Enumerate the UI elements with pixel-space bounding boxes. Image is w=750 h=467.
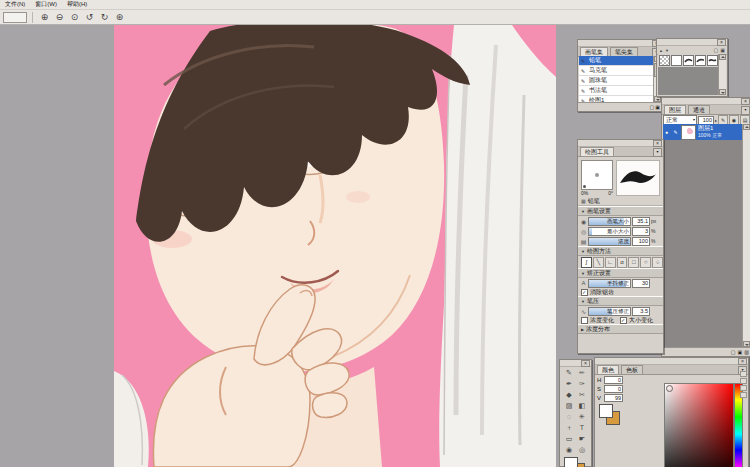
marker-tool-icon[interactable]: ✑ <box>576 378 589 389</box>
rectangle-mode-icon[interactable]: □ <box>628 257 639 268</box>
texture-swatch-blank[interactable] <box>671 55 682 66</box>
zoom-tool-icon[interactable]: ◎ <box>576 444 589 455</box>
close-icon[interactable]: × <box>653 140 662 147</box>
tab-layers[interactable]: 图层 <box>664 105 686 114</box>
close-icon[interactable]: × <box>741 98 750 105</box>
polyline-mode-icon[interactable]: ∟ <box>605 257 616 268</box>
tab-channels[interactable]: 通道 <box>688 105 710 114</box>
brush-tip-preview[interactable] <box>581 160 613 190</box>
menu-window[interactable]: 窗口(W) <box>30 0 62 9</box>
stabilizer-field[interactable]: 30 <box>632 279 650 288</box>
layer-row[interactable]: ● ✎ 图层1 100% 正常 <box>663 124 743 140</box>
move-down-icon[interactable]: ▼ <box>665 48 669 53</box>
antialias-checkbox[interactable] <box>581 289 588 296</box>
new-folder-icon[interactable]: ▣ <box>738 349 743 355</box>
panel-title-bar[interactable]: × <box>662 98 750 105</box>
rect-select-tool-icon[interactable]: ▭ <box>563 433 576 444</box>
color-mode-mix-icon[interactable] <box>740 392 747 398</box>
tab-menu-icon[interactable]: ▾ <box>741 106 750 115</box>
delete-layer-icon[interactable]: ▥ <box>744 349 749 355</box>
rotate-reset-icon[interactable]: ⊛ <box>113 11 126 23</box>
scissors-tool-icon[interactable]: ✂ <box>576 389 589 400</box>
new-brush-icon[interactable]: ▢ <box>650 104 655 110</box>
fill-tool-icon[interactable]: ▨ <box>563 400 576 411</box>
color-mode-rgb-icon[interactable] <box>740 371 747 377</box>
canvas[interactable] <box>114 25 556 467</box>
brush-item[interactable]: ✎ 铅笔 <box>579 56 654 66</box>
close-icon[interactable]: × <box>581 360 590 367</box>
tab-menu-icon[interactable]: ▾ <box>653 148 662 157</box>
density-field[interactable]: 100 <box>632 237 650 246</box>
min-size-field[interactable]: 3 <box>632 227 650 236</box>
tab-swatches[interactable]: 色板 <box>621 365 643 374</box>
brush-item[interactable]: ✎ 圆珠笔 <box>579 76 654 86</box>
panel-title-bar[interactable]: × <box>578 40 662 47</box>
tab-tip-set[interactable]: 笔尖集 <box>610 47 638 56</box>
opacity-spinner-icon[interactable]: ▸ <box>715 118 717 123</box>
delete-texture-icon[interactable]: ▣ <box>720 47 725 53</box>
pressure-slider[interactable]: 笔压修正 <box>588 307 631 316</box>
gradient-tool-icon[interactable]: ◧ <box>576 400 589 411</box>
rotate-ccw-icon[interactable]: ↺ <box>83 11 96 23</box>
scroll-up-icon[interactable] <box>719 54 726 60</box>
tab-brush-set[interactable]: 画笔集 <box>580 47 608 56</box>
panel-title-bar[interactable]: × <box>595 358 748 365</box>
freehand-mode-icon[interactable]: ʃ <box>581 257 592 268</box>
foreground-color-swatch[interactable] <box>564 457 578 467</box>
color-mode-gray-icon[interactable] <box>740 385 747 391</box>
scrollbar[interactable] <box>718 54 726 95</box>
lasso-mode-icon[interactable]: ♤ <box>652 257 663 268</box>
ellipse-mode-icon[interactable]: ○ <box>640 257 651 268</box>
panel-title-bar[interactable]: × <box>578 140 663 147</box>
new-texture-icon[interactable]: ▢ <box>714 47 719 53</box>
text-tool-icon[interactable]: T <box>576 422 589 433</box>
move-up-icon[interactable]: ▲ <box>659 48 663 53</box>
saturation-value-picker[interactable] <box>664 383 734 467</box>
close-icon[interactable]: × <box>738 358 747 365</box>
delete-brush-icon[interactable]: ▣ <box>655 104 660 110</box>
texture-swatch-transparent[interactable] <box>659 55 670 66</box>
magic-wand-tool-icon[interactable]: ✳ <box>576 411 589 422</box>
pen-tool-icon[interactable]: ✏ <box>576 367 589 378</box>
density-change-checkbox[interactable] <box>581 317 588 324</box>
lasso-tool-icon[interactable]: ◌ <box>563 411 576 422</box>
menu-file[interactable]: 文件(N) <box>0 0 30 9</box>
section-density-distribution[interactable]: 浓度分布 <box>578 324 663 334</box>
section-correction[interactable]: 矫正设置 <box>578 268 663 278</box>
section-drawing-method[interactable]: 绘图方法 <box>578 246 663 256</box>
texture-swatch-stroke[interactable] <box>683 55 694 66</box>
brush-item[interactable]: ✎ 书法笔 <box>579 86 654 96</box>
color-mode-hsv-icon[interactable] <box>740 378 747 384</box>
density-slider[interactable]: 浓度 <box>588 237 631 246</box>
move-tool-icon[interactable]: ＋ <box>563 422 576 433</box>
new-layer-icon[interactable]: ▢ <box>731 349 736 355</box>
zoom-out-icon[interactable]: ⊖ <box>53 11 66 23</box>
line-mode-icon[interactable]: ╲ <box>593 257 604 268</box>
value-field[interactable]: 99 <box>604 394 623 402</box>
pencil-tool-icon[interactable]: ✎ <box>563 367 576 378</box>
saturation-field[interactable]: 0 <box>604 385 623 393</box>
panel-title-bar[interactable]: × <box>657 39 727 46</box>
hand-tool-icon[interactable]: ◉ <box>563 444 576 455</box>
ink-tool-icon[interactable]: ✒ <box>563 378 576 389</box>
pressure-field[interactable]: 3.5 <box>632 307 650 316</box>
tab-drawing-tool[interactable]: 绘图工具 <box>580 147 614 156</box>
hue-field[interactable]: 0 <box>604 376 623 384</box>
scroll-up-icon[interactable] <box>743 124 750 130</box>
scrollbar[interactable] <box>742 124 750 347</box>
rotate-cw-icon[interactable]: ↻ <box>98 11 111 23</box>
eyedropper-tool-icon[interactable]: ☛ <box>576 433 589 444</box>
menu-help[interactable]: 帮助(H) <box>62 0 92 9</box>
stabilizer-slider[interactable]: 手抖修正 <box>588 279 631 288</box>
brush-size-field[interactable]: 35.1 <box>632 217 650 226</box>
foreground-color-swatch[interactable] <box>599 404 613 418</box>
texture-swatch-stroke[interactable] <box>695 55 706 66</box>
min-size-slider[interactable]: 最小大小 <box>588 227 631 236</box>
zoom-in-icon[interactable]: ⊕ <box>38 11 51 23</box>
shape-tool-icon[interactable]: ◆ <box>563 389 576 400</box>
section-brush-settings[interactable]: 画笔设置 <box>578 206 663 216</box>
brush-size-slider[interactable]: 画笔大小 <box>588 217 631 226</box>
section-pressure[interactable]: 笔压 <box>578 296 663 306</box>
layer-visible-icon[interactable]: ● <box>663 129 670 135</box>
size-change-checkbox[interactable] <box>620 317 627 324</box>
